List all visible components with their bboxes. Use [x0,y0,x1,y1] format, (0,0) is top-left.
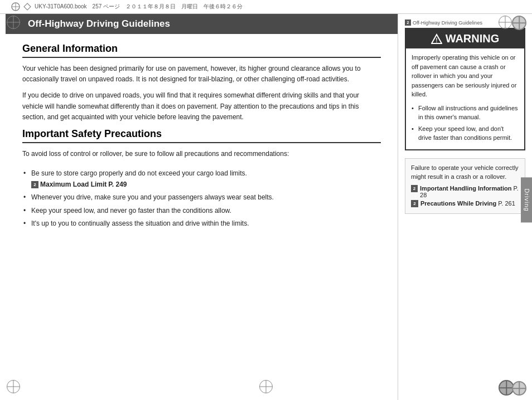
svg-text:!: ! [436,37,437,43]
note-ref-icon-2: 2 [411,200,418,207]
compass-tr-large [512,16,526,30]
note-ref-1: 2 Important Handling Information P. 28 [411,185,519,198]
note-ref-2: 2 Precautions While Driving P. 261 [411,200,519,207]
warning-header: ! WARNING [406,29,524,48]
diamond-icon-top [23,3,31,11]
metadata-bar: UKY-31T0A600.book 257 ページ ２０１１年８月８日 月曜日 … [0,0,532,14]
section1-para2: If you decide to drive on unpaved roads,… [22,90,381,123]
metadata-text: UKY-31T0A600.book 257 ページ ２０１１年８月８日 月曜日 … [35,3,243,11]
corner-mark-tr [499,16,512,29]
warning-bullet-1: Follow all instructions and guidelines i… [412,104,519,122]
ref-label-1: Maximum Load Limit [40,179,107,190]
warning-bullet-2: Keep your speed low, and don't drive fas… [412,124,519,143]
ref-page-1: P. 249 [108,179,127,190]
note-ref-icon-1: 2 [411,185,418,192]
precautions-list: Be sure to store cargo properly and do n… [22,168,381,231]
warning-title: WARNING [446,32,500,45]
crosshair-bl [7,380,20,393]
side-tab: Driving [521,177,532,222]
corner-mark-br [499,380,512,393]
ref-icon-1: 2 [31,181,38,188]
note-box: Failure to operate your vehicle correctl… [405,158,525,214]
compass-icon-top-left [11,2,20,11]
warning-box: ! WARNING Improperly operating this vehi… [405,28,525,150]
warning-bullet-text-2: Keep your speed low, and don't drive fas… [418,125,512,142]
section2-intro: To avoid loss of control or rollover, be… [22,149,381,159]
list-item: Keep your speed low, and never go faster… [22,206,381,216]
note-ref-label-1: Important Handling Information P. 28 [420,185,519,198]
section2-title: Important Safety Precautions [22,128,381,143]
bullet-text-4: It's up to you to continually assess the… [31,219,249,227]
warning-triangle-icon: ! [431,33,442,45]
main-content: Off-Highway Driving Guidelines General I… [0,14,532,400]
page: UKY-31T0A600.book 257 ページ ２０１１年８月８日 月曜日 … [0,0,532,400]
compass-br-large [512,381,526,396]
ref-link-1: 2 Maximum Load Limit P. 249 [31,179,127,190]
right-panel: 2 Off-Highway Driving Guidelines ! WARNI… [398,14,532,400]
center-mark-bottom [259,380,273,393]
list-item: It's up to you to continually assess the… [22,218,381,229]
compass-large-br [512,381,526,396]
bullet-text-2: Whenever you drive, make sure you and yo… [31,193,274,201]
warning-bullet-list: Follow all instructions and guidelines i… [412,104,519,143]
page-title: Off-Highway Driving Guidelines [28,18,170,29]
crosshair-bottom-center [259,380,273,393]
section1-title: General Information [22,43,381,58]
bullet-text-1: Be sure to store cargo properly and do n… [31,169,247,177]
corner-mark-tl [7,16,20,29]
warning-body: Improperly operating this vehicle on or … [406,48,524,149]
warning-bullet-text-1: Follow all instructions and guidelines i… [418,105,518,121]
crosshair-tl [7,16,20,29]
list-item: Be sure to store cargo properly and do n… [22,168,381,190]
bullet-text-3: Keep your speed low, and never go faster… [31,207,231,214]
warning-text: Improperly operating this vehicle on or … [412,53,519,99]
crosshair-tr [499,16,512,29]
warning-triangle-svg: ! [431,33,442,45]
page-title-bar: Off-Highway Driving Guidelines [6,14,398,34]
compass-large-tr [512,16,526,30]
section1-para1: Your vehicle has been designed primarily… [22,64,381,85]
breadcrumb-icon: 2 [405,19,411,26]
note-text: Failure to operate your vehicle correctl… [411,163,519,182]
note-ref-label-2: Precautions While Driving P. 261 [420,200,515,207]
side-tab-label: Driving [524,188,530,211]
corner-mark-bl [7,380,20,393]
svg-marker-3 [24,3,31,10]
breadcrumb-text: Off-Highway Driving Guidelines [413,20,482,26]
left-panel: Off-Highway Driving Guidelines General I… [0,14,398,400]
list-item: Whenever you drive, make sure you and yo… [22,192,381,203]
